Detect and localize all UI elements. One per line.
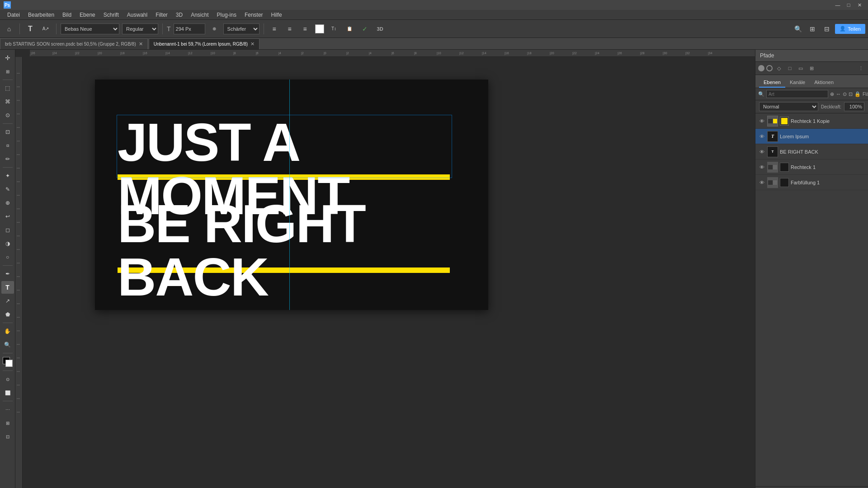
blend-mode-select[interactable]: Normal Multiply Screen xyxy=(759,102,818,111)
layer-3-visibility[interactable]: 👁 xyxy=(758,164,765,171)
tool-lasso[interactable]: ⌘ xyxy=(1,95,14,108)
panel-settings-btn[interactable]: ⋮ xyxy=(856,64,865,73)
panel-tab-aktionen[interactable]: Aktionen xyxy=(810,78,838,88)
menu-plugins[interactable]: Plug-ins xyxy=(213,11,240,19)
blend-mode-row: Normal Multiply Screen Deckkraft: xyxy=(755,100,868,113)
tool-extra-1[interactable]: ⋯ xyxy=(1,403,14,416)
menu-ansicht[interactable]: Ansicht xyxy=(187,11,212,19)
tool-pen[interactable]: ✒ xyxy=(1,267,14,280)
tool-history-brush[interactable]: ↩ xyxy=(1,210,14,223)
svg-text:|: | xyxy=(16,263,20,263)
font-style-select[interactable]: Regular xyxy=(122,23,158,34)
check-btn[interactable]: ✓ xyxy=(359,23,371,35)
layer-item-1[interactable]: 👁 T Lorem Ipsum xyxy=(755,129,868,144)
tool-gradient[interactable]: ◑ xyxy=(1,237,14,250)
document-canvas[interactable]: JUST A MOMENT BE RIGHT BACK xyxy=(95,80,488,310)
tool-eyedropper[interactable]: ✏ xyxy=(1,153,14,165)
share-button[interactable]: 👤 Teilen xyxy=(835,24,865,34)
layer-item-0[interactable]: 👁 Rechteck 1 Kopie xyxy=(755,113,868,129)
tool-perspective-crop[interactable]: ⧈ xyxy=(1,139,14,152)
align-left-btn[interactable]: ≡ xyxy=(268,23,281,35)
color-box[interactable] xyxy=(3,357,13,367)
text-warp-btn[interactable]: T↕ xyxy=(328,23,340,35)
tool-clone[interactable]: ⊕ xyxy=(1,197,14,209)
panel-diamond-btn[interactable]: ◇ xyxy=(774,64,783,73)
layer-item-4[interactable]: 👁 Farbfüllung 1 xyxy=(755,175,868,190)
font-size-input[interactable] xyxy=(174,23,205,34)
tool-text[interactable]: T xyxy=(1,281,14,294)
tool-artboard[interactable]: ⊞ xyxy=(1,65,14,78)
tool-shape[interactable]: ⬟ xyxy=(1,308,14,321)
panel-tab-kanaele[interactable]: Kanäle xyxy=(785,78,810,88)
panel-circle-btn[interactable] xyxy=(758,65,764,71)
menu-filter[interactable]: Filter xyxy=(152,11,171,19)
menu-auswahl[interactable]: Auswahl xyxy=(123,11,151,19)
layer-filter-btn-3[interactable]: ⊙ xyxy=(843,89,847,99)
opacity-input[interactable] xyxy=(844,102,864,111)
search-btn[interactable]: 🔍 xyxy=(792,23,804,35)
tool-screen-mode[interactable]: ⬜ xyxy=(1,386,14,399)
layer-filter-btn-2[interactable]: ↔ xyxy=(836,89,841,99)
3d-btn[interactable]: 3D xyxy=(374,23,387,35)
tool-brush[interactable]: ✎ xyxy=(1,183,14,196)
panel-rect-btn[interactable]: ▭ xyxy=(796,64,805,73)
tool-extra-3[interactable]: ⊡ xyxy=(1,430,14,443)
tool-marquee[interactable]: ⬚ xyxy=(1,82,14,94)
character-panel-btn[interactable]: 📋 xyxy=(343,23,356,35)
panel-square-btn[interactable]: □ xyxy=(785,64,794,73)
align-center-btn[interactable]: ≡ xyxy=(283,23,296,35)
minimize-button[interactable]: — xyxy=(833,1,843,9)
panel-tab-ebenen[interactable]: Ebenen xyxy=(759,78,785,88)
sharpen-select[interactable]: Schärfer xyxy=(223,23,259,34)
tool-crop[interactable]: ⊡ xyxy=(1,126,14,138)
menu-hilfe[interactable]: Hilfe xyxy=(268,11,286,19)
home-button[interactable]: ⌂ xyxy=(3,23,15,35)
tab-0-close[interactable]: ✕ xyxy=(139,41,143,47)
menu-schrift[interactable]: Schrift xyxy=(100,11,123,19)
tab-1-close[interactable]: ✕ xyxy=(250,41,255,47)
layer-item-2[interactable]: 👁 T BE RIGHT BACK xyxy=(755,144,868,160)
menu-ebene[interactable]: Ebene xyxy=(76,11,99,19)
layer-1-visibility[interactable]: 👁 xyxy=(758,133,765,140)
layer-filter-input[interactable] xyxy=(766,90,828,98)
layer-2-visibility[interactable]: 👁 xyxy=(758,148,765,155)
tool-extra-2[interactable]: ⊞ xyxy=(1,417,14,429)
tab-1[interactable]: Unbenannt-1 bei 59,7% (Lorem Ipsum, RGB/… xyxy=(149,38,259,49)
layer-filter-btn-1[interactable]: ⊕ xyxy=(830,89,834,99)
be-right-back-text[interactable]: BE RIGHT BACK xyxy=(118,197,450,304)
align-right-btn[interactable]: ≡ xyxy=(299,23,311,35)
tool-eraser[interactable]: ◻ xyxy=(1,224,14,236)
color-swatch[interactable] xyxy=(315,24,324,33)
panel-pin-btn[interactable]: ⊞ xyxy=(807,64,816,73)
background-color[interactable] xyxy=(5,360,13,367)
tool-zoom[interactable]: 🔍 xyxy=(1,338,14,351)
menu-bearbeiten[interactable]: Bearbeiten xyxy=(24,11,58,19)
workspace-btn[interactable]: ⊞ xyxy=(806,23,819,35)
layout-btn[interactable]: ⊟ xyxy=(821,23,833,35)
menu-3d[interactable]: 3D xyxy=(172,11,186,19)
tool-move[interactable]: ✛ xyxy=(1,52,14,64)
panel-ring-btn[interactable] xyxy=(766,65,773,71)
menu-fenster[interactable]: Fenster xyxy=(241,11,267,19)
tab-1-label: Unbenannt-1 bei 59,7% (Lorem Ipsum, RGB/… xyxy=(154,42,248,47)
layer-filter-btn-5[interactable]: 🔒 xyxy=(854,89,861,99)
layer-item-3[interactable]: 👁 Rechteck 1 xyxy=(755,160,868,175)
maximize-button[interactable]: □ xyxy=(844,1,854,9)
tool-quick-mask[interactable]: ⊙ xyxy=(1,373,14,385)
tool-path-select[interactable]: ↗ xyxy=(1,295,14,307)
sharpen-btn[interactable]: ⊕ xyxy=(208,23,221,35)
tool-hand[interactable]: ✋ xyxy=(1,325,14,338)
menu-bild[interactable]: Bild xyxy=(59,11,75,19)
text-tool-button[interactable]: T xyxy=(24,23,37,35)
close-button[interactable]: ✕ xyxy=(854,1,864,9)
tool-healing[interactable]: ✦ xyxy=(1,169,14,182)
layer-0-visibility[interactable]: 👁 xyxy=(758,117,765,125)
layer-filter-btn-4[interactable]: ⊡ xyxy=(849,89,853,99)
layer-4-visibility[interactable]: 👁 xyxy=(758,179,765,186)
tool-quick-select[interactable]: ⊙ xyxy=(1,109,14,122)
tab-0[interactable]: brb STARTING SOON screen.psdc bei 50,5% … xyxy=(0,38,148,49)
tool-dodge[interactable]: ○ xyxy=(1,251,14,263)
font-family-select[interactable]: Bebas Neue xyxy=(61,23,119,34)
menu-datei[interactable]: Datei xyxy=(4,11,24,19)
path-tool-button[interactable]: A↗ xyxy=(39,23,52,35)
